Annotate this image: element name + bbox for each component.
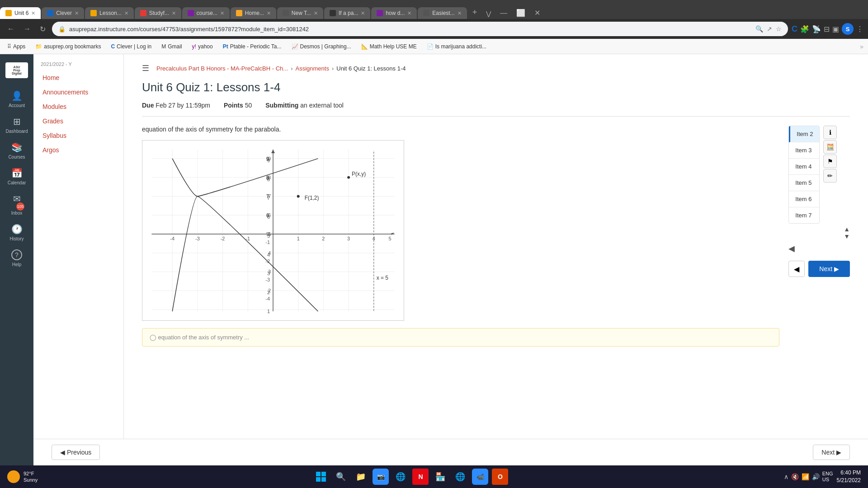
- course-nav-grades[interactable]: Grades: [33, 114, 123, 128]
- sidebar-item-dashboard[interactable]: ⊞ Dashboard: [0, 112, 33, 136]
- item-entry-5[interactable]: Item 5: [789, 175, 819, 191]
- answer-section[interactable]: ◯ equation of the axis of symmetry ...: [142, 328, 779, 347]
- file-explorer-button[interactable]: 📁: [353, 469, 369, 485]
- tab-close-icon[interactable]: ✕: [458, 10, 462, 16]
- sidebar-item-inbox[interactable]: ✉ 105 Inbox: [0, 189, 33, 218]
- tab-close-icon[interactable]: ✕: [124, 10, 128, 16]
- scroll-up-icon[interactable]: ▲: [844, 225, 850, 233]
- chrome-taskbar-button[interactable]: 🌐: [452, 469, 468, 485]
- split-view-icon[interactable]: ⊟: [824, 25, 830, 33]
- item-entry-7[interactable]: Item 7: [789, 207, 819, 223]
- bookmark-gmail[interactable]: M Gmail: [159, 42, 184, 51]
- bookmark-marijuana[interactable]: 📄 Is marijuana addicti...: [424, 42, 489, 51]
- bookmark-label: yahoo: [198, 43, 213, 50]
- tab-clever[interactable]: Clever ✕: [42, 7, 84, 19]
- hamburger-icon[interactable]: ☰: [142, 63, 149, 73]
- video-app-button[interactable]: 📷: [373, 469, 389, 485]
- tab-overflow-button[interactable]: ⋁: [481, 8, 495, 19]
- next-button-bottom[interactable]: Next ▶: [813, 445, 850, 460]
- item-entry-2[interactable]: Item 2: [789, 126, 819, 142]
- bookmark-mathhelp[interactable]: 📐 Math Help USE ME: [359, 42, 420, 51]
- tab-close-icon[interactable]: ✕: [267, 10, 271, 16]
- bookmarks-overflow[interactable]: »: [860, 43, 863, 50]
- graph-container: -1 -2 -3 -4 1 2 3 4 5 9 8 7: [142, 140, 404, 321]
- tab-lesson[interactable]: Lesson... ✕: [85, 7, 134, 19]
- tab-course[interactable]: course... ✕: [182, 7, 230, 19]
- start-button[interactable]: [313, 469, 329, 485]
- extensions-icon[interactable]: 🧩: [800, 25, 809, 33]
- tab-close-icon[interactable]: ✕: [407, 10, 411, 16]
- sidebar-item-account[interactable]: 👤 Account: [0, 86, 33, 111]
- close-window-button[interactable]: ✕: [530, 7, 545, 19]
- forward-button[interactable]: →: [21, 23, 33, 35]
- sidebar-item-courses[interactable]: 📚 Courses: [0, 137, 33, 162]
- sidebar-item-history[interactable]: 🕐 History: [0, 219, 33, 244]
- course-nav-syllabus[interactable]: Syllabus: [33, 128, 123, 143]
- tab-close-icon[interactable]: ✕: [220, 10, 224, 16]
- office-button[interactable]: O: [492, 469, 508, 485]
- back-button[interactable]: ←: [5, 23, 17, 35]
- tab-howd[interactable]: how d... ✕: [371, 7, 417, 19]
- tab-studyf[interactable]: Studyf... ✕: [135, 7, 181, 19]
- chevron-up-icon[interactable]: ∧: [784, 473, 788, 480]
- store-button[interactable]: 🏪: [432, 469, 448, 485]
- svg-text:5: 5: [267, 233, 270, 239]
- item-entry-6[interactable]: Item 6: [789, 191, 819, 207]
- cast-icon[interactable]: 📡: [812, 25, 821, 33]
- breadcrumb-course[interactable]: Precalculus Part B Honors - MA-PreCalcBH…: [156, 65, 288, 72]
- bookmark-star-icon[interactable]: ☆: [776, 25, 782, 33]
- eraser-tool-button[interactable]: ✏: [823, 169, 837, 183]
- tab-close-icon[interactable]: ✕: [361, 10, 365, 16]
- maximize-button[interactable]: ⬜: [512, 7, 530, 19]
- minimize-button[interactable]: —: [495, 7, 512, 19]
- edge-button[interactable]: 🌐: [392, 469, 409, 485]
- scroll-down-icon[interactable]: ▼: [788, 233, 850, 240]
- bookmark-ptable[interactable]: Pt Ptable - Periodic Ta...: [220, 42, 284, 51]
- flag-tool-button[interactable]: ⚑: [823, 155, 837, 168]
- menu-dots-icon[interactable]: ⋮: [856, 25, 863, 33]
- sidebar-item-help[interactable]: ? Help: [0, 245, 33, 270]
- zoom2-button[interactable]: 📹: [472, 469, 488, 485]
- collapse-panel-button[interactable]: ◀: [788, 244, 850, 253]
- sidebar-icon[interactable]: ▣: [832, 25, 839, 33]
- info-tool-button[interactable]: ℹ: [823, 126, 837, 139]
- previous-button[interactable]: ◀ Previous: [52, 445, 100, 460]
- new-tab-button[interactable]: +: [468, 6, 482, 19]
- bookmark-label: Is marijuana addicti...: [435, 43, 486, 50]
- weather-widget: 92°F Sunny: [7, 470, 38, 483]
- item-entry-4[interactable]: Item 4: [789, 159, 819, 175]
- share-icon[interactable]: ↗: [767, 25, 772, 33]
- next-nav-button[interactable]: Next ▶: [808, 261, 850, 277]
- tab-close-icon[interactable]: ✕: [314, 10, 318, 16]
- tab-bar[interactable]: Unit 6 ✕ Clever ✕ Lesson... ✕ Studyf... …: [0, 0, 868, 19]
- chrome-icon[interactable]: C: [792, 24, 797, 34]
- tab-ifapa[interactable]: If a pa... ✕: [324, 7, 370, 19]
- tab-close-icon[interactable]: ✕: [75, 10, 79, 16]
- tab-close-icon[interactable]: ✕: [172, 10, 176, 16]
- tab-newt[interactable]: New T... ✕: [277, 7, 323, 19]
- breadcrumb-assignments[interactable]: Assignments: [295, 65, 329, 72]
- bookmark-apps[interactable]: ⠿ Apps: [5, 42, 28, 51]
- refresh-button[interactable]: ↻: [37, 23, 48, 35]
- prev-nav-button[interactable]: ◀: [788, 261, 805, 277]
- sidebar-item-calendar[interactable]: 📅 Calendar: [0, 163, 33, 188]
- course-nav-argos[interactable]: Argos: [33, 143, 123, 157]
- tab-unit6[interactable]: Unit 6 ✕: [0, 7, 41, 19]
- bookmark-desmos[interactable]: 📈 Desmos | Graphing...: [289, 42, 354, 51]
- search-taskbar-button[interactable]: 🔍: [333, 469, 349, 485]
- search-icon[interactable]: 🔍: [755, 25, 763, 33]
- course-nav-announcements[interactable]: Announcements: [33, 85, 123, 99]
- profile-avatar[interactable]: S: [842, 23, 854, 35]
- bookmark-asuprep[interactable]: 📁 asuprep.org bookmarks: [33, 42, 104, 51]
- tab-close-icon[interactable]: ✕: [31, 10, 35, 16]
- bookmark-yahoo[interactable]: y! yahoo: [189, 42, 216, 51]
- netflix-button[interactable]: N: [412, 469, 429, 485]
- course-nav-modules[interactable]: Modules: [33, 99, 123, 114]
- item-entry-3[interactable]: Item 3: [789, 142, 819, 159]
- tab-easiest[interactable]: Easiest... ✕: [418, 7, 467, 19]
- tab-home[interactable]: Home... ✕: [231, 7, 276, 19]
- course-nav-home[interactable]: Home: [33, 70, 123, 85]
- calculator-tool-button[interactable]: 🧮: [823, 140, 837, 154]
- address-bar[interactable]: 🔒 asuprepaz.instructure.com/courses/4775…: [52, 22, 788, 36]
- bookmark-clever[interactable]: C Clever | Log in: [108, 42, 154, 51]
